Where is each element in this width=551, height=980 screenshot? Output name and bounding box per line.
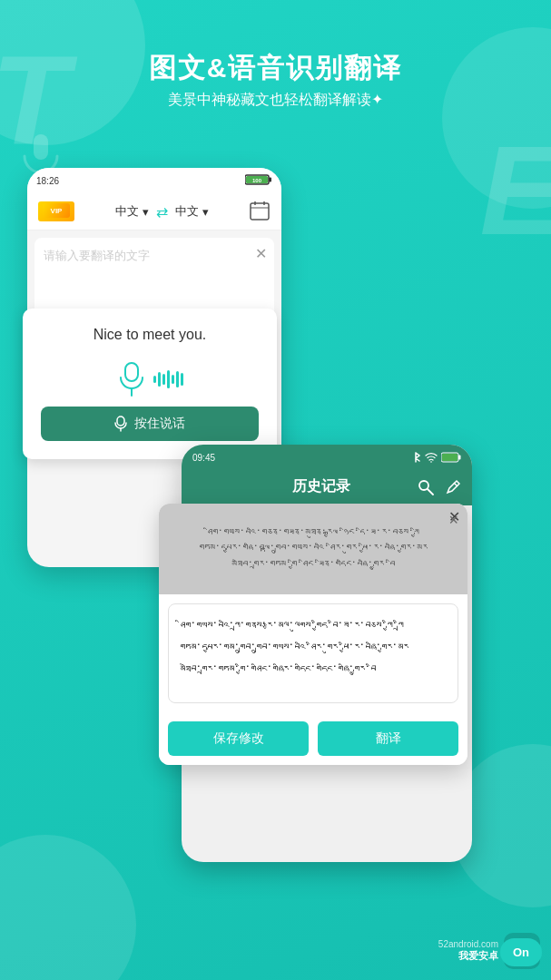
chevron-icon: ▾	[143, 205, 149, 219]
edit-icon[interactable]	[445, 479, 461, 495]
search-icon[interactable]	[418, 479, 434, 495]
chevron-icon-2: ▾	[202, 205, 209, 219]
svg-rect-16	[125, 363, 138, 381]
on-button[interactable]: On	[500, 938, 542, 966]
tibetan-text-line3: མཐེབ་གྲར་གཏམ་གྱི་གཤིང་གཞིར་གདིང་གདིང་གཞི…	[180, 659, 447, 681]
voice-section	[41, 361, 259, 397]
svg-rect-8	[251, 203, 269, 220]
wave-bar	[153, 376, 156, 383]
wave-bar	[176, 371, 179, 387]
background: T E 图文&语音识别翻译 美景中神秘藏文也轻松翻译解读✦ 18:26 100	[0, 0, 551, 980]
sparkle-icon: ✦	[371, 92, 383, 107]
watermark-text-area: 52android.com 我爱安卓	[438, 939, 498, 963]
hold-to-speak-label: 按住说话	[134, 416, 185, 432]
svg-text:100: 100	[252, 178, 262, 183]
bluetooth-icon	[410, 452, 421, 463]
voice-mic-icon	[117, 361, 146, 397]
phone2-status-icons	[410, 452, 461, 463]
phone1-time: 18:26	[36, 176, 59, 186]
phone2-time: 09:45	[192, 453, 215, 463]
svg-text:VIP: VIP	[51, 207, 64, 215]
tibetan-text-line2: གཏམ་དཔྱར་གམ་གྲུབ་གྲུབ་གཡས་བའི་ཤིར་གུར་ཕྱ…	[180, 637, 447, 659]
translation-result-text: Nice to meet you.	[41, 327, 259, 343]
svg-rect-23	[442, 454, 458, 461]
phone1-language-selector[interactable]: 中文 ▾ ⇄ 中文 ▾	[82, 203, 241, 220]
swap-icon[interactable]: ⇄	[156, 203, 168, 220]
bg-letter-e: E	[480, 127, 551, 254]
wave-bar	[158, 372, 161, 387]
watermark-label: 我爱安卓	[438, 949, 498, 963]
phone1-clear-icon[interactable]: ✕	[255, 245, 267, 262]
svg-rect-22	[458, 456, 461, 460]
dialog-image-text: ཤིག་གཡས་བའི་གཅན་གཟན་མཐུན་རྒྱལ་ཉིང་དི་ཟ་ར…	[190, 516, 437, 583]
hold-to-speak-button[interactable]: 按住说话	[41, 407, 259, 441]
main-heading: 图文&语音识别翻译	[0, 50, 551, 87]
phone2-title: 历史记录	[225, 477, 418, 496]
phone1-statusbar: 18:26 100	[27, 168, 281, 193]
wifi-icon	[425, 452, 438, 463]
dialog-img-line3: མཐེབ་གྲར་གཏམ་གྱི་ཤིང་ཟིན་གདིང་བཞི་གྱུར་བ…	[199, 557, 428, 573]
phone1-to-lang: 中文	[175, 203, 199, 220]
phone1-battery: 100	[245, 174, 272, 187]
translation-result-card: Nice to meet you. 按住	[23, 309, 277, 459]
dialog-img-line2: གཏམ་དཔྱར་གཞི་བལྟ་གྲུབ་གཡས་བའི་ཤིར་གུར་ཕྱ…	[199, 541, 428, 557]
sub-heading-text: 美景中神秘藏文也轻松翻译解读	[168, 92, 371, 107]
wave-bar	[167, 370, 170, 388]
phone1-toolbar: VIP 中文 ▾ ⇄ 中文 ▾	[27, 193, 281, 230]
battery-icon	[441, 452, 461, 463]
tibetan-text-line1: ཤིག་གཡས་བའི་ཀྲ་གནས་རྩ་མལ་ལུགས་གྱིད་བི་ཟ་…	[180, 615, 447, 637]
phone2-statusbar: 09:45	[182, 445, 472, 470]
sub-heading: 美景中神秘藏文也轻松翻译解读✦	[0, 91, 551, 110]
calendar-icon[interactable]	[249, 201, 271, 222]
phone1-from-lang: 中文	[115, 203, 139, 220]
vip-badge: VIP	[38, 201, 74, 221]
wave-bar	[181, 373, 183, 386]
waveform-bars	[153, 368, 183, 390]
dialog-img-line1: ཤིག་གཡས་བའི་གཅན་གཟན་མཐུན་རྒྱལ་ཉིང་དི་ཟ་ར…	[199, 525, 428, 542]
dialog-text-area[interactable]: ཤིག་གཡས་བའི་ཀྲ་གནས་རྩ་མལ་ལུགས་གྱིད་བི་ཟ་…	[168, 603, 458, 703]
phone1-placeholder: 请输入要翻译的文字	[44, 249, 150, 262]
translation-dialog: ཤིག་གཡས་བའི་གཅན་གཟན་མཐུན་རྒྱལ་ཉིང་དི་ཟ་ར…	[159, 504, 467, 765]
save-button[interactable]: 保存修改	[168, 721, 309, 756]
svg-line-26	[454, 483, 458, 486]
svg-rect-3	[269, 178, 271, 182]
wave-bar	[162, 374, 165, 385]
dialog-button-group: 保存修改 翻译	[159, 712, 467, 765]
svg-rect-0	[34, 134, 48, 160]
watermark-site: 52android.com	[438, 939, 498, 949]
dialog-image: ཤིག་གཡས་བའི་གཅན་གཟན་མཐུན་རྒྱལ་ཉིང་དི་ཟ་ར…	[159, 504, 467, 594]
svg-rect-18	[117, 416, 124, 426]
wave-bar	[172, 375, 174, 384]
dialog-close-icon[interactable]: ×	[448, 511, 458, 530]
phone2-header-icons[interactable]	[418, 479, 461, 495]
phone2-header: 历史记录	[182, 470, 472, 505]
translate-button[interactable]: 翻译	[318, 721, 458, 756]
svg-point-20	[430, 461, 432, 463]
deco-circle-bl	[0, 835, 136, 980]
svg-line-25	[428, 489, 433, 495]
